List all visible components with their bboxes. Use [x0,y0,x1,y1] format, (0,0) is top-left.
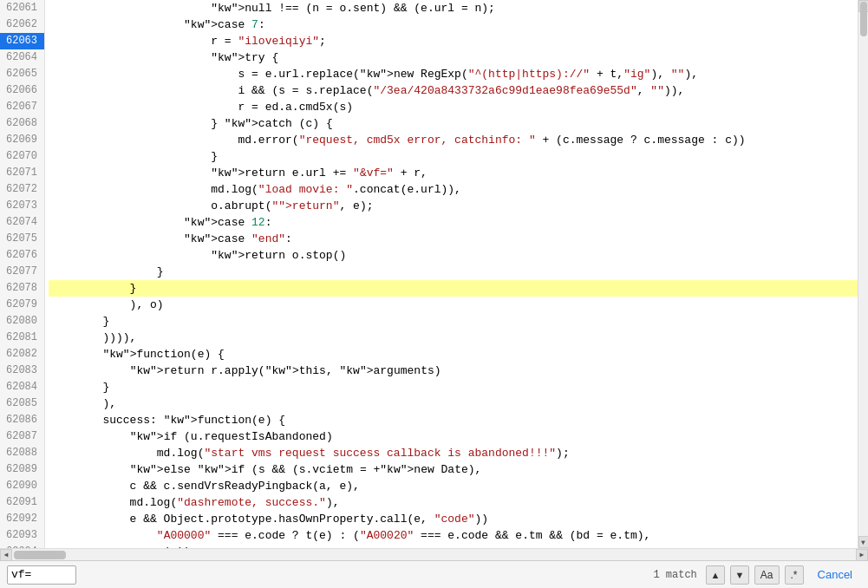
code-line: "kw">null !== (n = o.sent) && (e.url = n… [49,0,858,16]
line-number: 62089 [0,461,44,478]
line-number: 62087 [0,428,44,445]
search-prev-button[interactable]: ▲ [706,565,725,585]
scroll-h-thumb[interactable] [14,551,66,559]
line-number: 62064 [0,49,44,66]
line-number: 62090 [0,478,44,494]
code-line: } [49,313,858,330]
code-line: } [49,280,858,297]
code-line: "kw">case "end": [49,231,858,247]
code-line: } [49,379,858,395]
search-next-button[interactable]: ▼ [730,565,749,585]
line-number: 62082 [0,346,44,363]
line-number: 62081 [0,330,44,346]
line-number: 62093 [0,527,44,544]
line-number: 62073 [0,198,44,214]
code-line: } [49,264,858,280]
line-number: 62061 [0,0,44,16]
line-number: 62079 [0,297,44,313]
line-number: 62071 [0,165,44,181]
line-number: 62065 [0,66,44,82]
match-case-button[interactable]: Aa [754,565,780,585]
line-number: 62066 [0,82,44,99]
code-line: i && (s = s.replace("/3ea/420a8433732a6c… [49,82,858,99]
search-input-wrapper [7,565,76,585]
code-line: )))), [49,330,858,346]
code-line: ), [49,395,858,412]
line-number: 62074 [0,214,44,231]
scroll-left-arrow[interactable]: ◀ [0,549,12,561]
code-line: "kw">return e.url += "&vf=" + r, [49,165,858,181]
match-count: 1 match [653,569,696,581]
code-line: md.log("start vms request success callba… [49,445,858,461]
line-number: 62069 [0,132,44,148]
horizontal-scrollbar[interactable]: ◀ ▶ [0,548,868,560]
line-number: 62091 [0,494,44,511]
code-line: "kw">case 7: [49,16,858,33]
cancel-button[interactable]: Cancel [809,565,861,585]
line-number: 62070 [0,148,44,165]
code-line: } "kw">catch (c) { [49,115,858,132]
code-line: "kw">try { [49,49,858,66]
scroll-h-track [12,549,856,560]
line-number: 62072 [0,181,44,198]
line-number: 62085 [0,395,44,412]
code-scroll-area: 6206162062620636206462065620666206762068… [0,0,868,548]
line-number: 62080 [0,313,44,330]
line-number: 62067 [0,99,44,115]
code-line: ), o) [49,297,858,313]
code-line: "kw">else "kw">if (s && (s.vcietm = +"kw… [49,461,858,478]
line-number: 62084 [0,379,44,395]
code-line: r = ed.a.cmd5x(s) [49,99,858,115]
code-lines: "kw">null !== (n = o.sent) && (e.url = n… [45,0,858,548]
line-number: 62077 [0,264,44,280]
line-number: 62086 [0,412,44,428]
code-line: c && c.sendVrsReadyPingback(a, e), [49,478,858,494]
code-line: r = "iloveiqiyi"; [49,33,858,49]
scroll-right-arrow[interactable]: ▶ [856,549,868,561]
scroll-thumb[interactable] [860,2,867,36]
line-number: 62062 [0,16,44,33]
line-number: 62092 [0,511,44,527]
line-numbers: 6206162062620636206462065620666206762068… [0,0,45,548]
code-line: s = e.url.replace("kw">new RegExp("^(htt… [49,66,858,82]
code-line: o.abrupt("">return", e); [49,198,858,214]
code-line: success: "kw">function(e) { [49,412,858,428]
code-line: e && Object.prototype.hasOwnProperty.cal… [49,511,858,527]
scroll-down-arrow[interactable]: ▼ [858,536,869,548]
code-line: "kw">case 12: [49,214,858,231]
code-line: "kw">return o.stop() [49,247,858,264]
search-input[interactable] [11,568,55,581]
line-number: 62068 [0,115,44,132]
code-line: "kw">if (u.requestIsAbandoned) [49,428,858,445]
code-line: md.error("request, cmd5x error, catchinf… [49,132,858,148]
code-line: md.log("dashremote, success."), [49,494,858,511]
vertical-scrollbar[interactable]: ▲ ▼ [858,0,868,548]
code-line: "A00000" === e.code ? t(e) : ("A00020" =… [49,527,858,544]
code-container: 6206162062620636206462065620666206762068… [0,0,868,560]
line-number: 62075 [0,231,44,247]
line-number: 62083 [0,363,44,379]
line-number: 62088 [0,445,44,461]
code-line: "kw">return r.apply("kw">this, "kw">argu… [49,363,858,379]
code-line: } [49,148,858,165]
regex-button[interactable]: .* [785,565,804,585]
line-number: 62078 [0,280,44,297]
code-line: md.log("load movie: ".concat(e.url)), [49,181,858,198]
line-number: 62076 [0,247,44,264]
search-bar: 1 match ▲ ▼ Aa .* Cancel [0,560,868,588]
code-line: "kw">function(e) { [49,346,858,363]
line-number: 62063 [0,33,44,49]
